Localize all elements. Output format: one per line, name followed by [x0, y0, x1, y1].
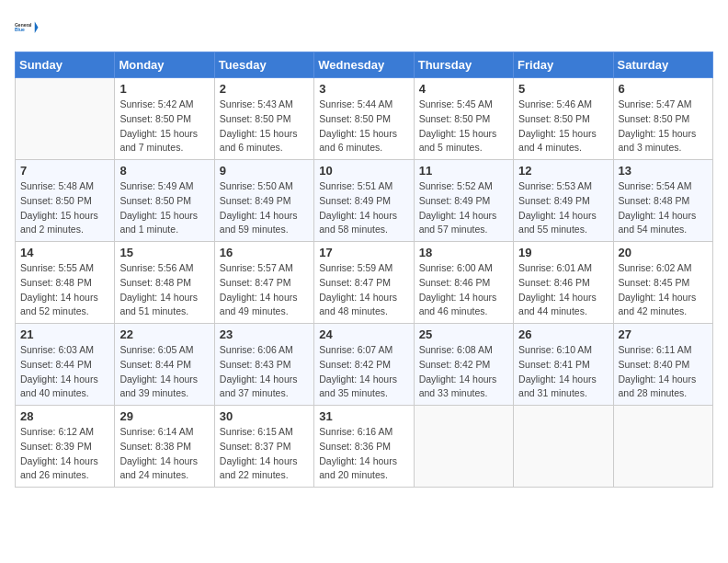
page-header: GeneralBlue: [15, 15, 713, 40]
calendar-cell: 10Sunrise: 5:51 AMSunset: 8:49 PMDayligh…: [314, 160, 414, 242]
day-info: Sunrise: 5:57 AMSunset: 8:47 PMDaylight:…: [220, 261, 309, 319]
day-number: 15: [119, 246, 209, 259]
day-number: 17: [319, 246, 408, 259]
day-number: 5: [518, 82, 608, 96]
logo: GeneralBlue: [15, 15, 40, 40]
calendar-cell: 28Sunrise: 6:12 AMSunset: 8:39 PMDayligh…: [16, 406, 115, 488]
weekday-header-wednesday: Wednesday: [314, 52, 414, 78]
day-info: Sunrise: 6:15 AMSunset: 8:37 PMDaylight:…: [220, 425, 309, 483]
day-info: Sunrise: 6:11 AMSunset: 8:40 PMDaylight:…: [619, 343, 708, 401]
calendar-cell: 14Sunrise: 5:55 AMSunset: 8:48 PMDayligh…: [16, 242, 115, 324]
calendar-cell: [16, 78, 115, 160]
day-number: 29: [119, 409, 209, 423]
day-number: 21: [20, 327, 109, 341]
day-info: Sunrise: 5:42 AMSunset: 8:50 PMDaylight:…: [119, 98, 209, 155]
day-number: 24: [319, 327, 408, 341]
calendar-cell: 25Sunrise: 6:08 AMSunset: 8:42 PMDayligh…: [414, 324, 513, 406]
weekday-header-monday: Monday: [115, 52, 214, 78]
calendar-cell: 18Sunrise: 6:00 AMSunset: 8:46 PMDayligh…: [414, 242, 513, 324]
day-info: Sunrise: 5:44 AMSunset: 8:50 PMDaylight:…: [319, 98, 408, 155]
calendar-cell: 15Sunrise: 5:56 AMSunset: 8:48 PMDayligh…: [115, 242, 214, 324]
day-number: 23: [220, 327, 309, 341]
day-info: Sunrise: 6:10 AMSunset: 8:41 PMDaylight:…: [518, 343, 608, 401]
calendar-cell: 21Sunrise: 6:03 AMSunset: 8:44 PMDayligh…: [16, 324, 115, 406]
weekday-header-friday: Friday: [514, 52, 613, 78]
calendar-cell: 19Sunrise: 6:01 AMSunset: 8:46 PMDayligh…: [514, 242, 613, 324]
day-info: Sunrise: 6:06 AMSunset: 8:43 PMDaylight:…: [220, 343, 309, 401]
day-number: 22: [119, 327, 209, 341]
calendar-cell: 11Sunrise: 5:52 AMSunset: 8:49 PMDayligh…: [414, 160, 513, 242]
day-number: 19: [518, 246, 608, 259]
day-number: 30: [220, 409, 309, 423]
svg-text:Blue: Blue: [15, 28, 25, 32]
day-number: 13: [619, 164, 708, 178]
calendar-cell: 2Sunrise: 5:43 AMSunset: 8:50 PMDaylight…: [214, 78, 313, 160]
calendar-cell: 27Sunrise: 6:11 AMSunset: 8:40 PMDayligh…: [613, 324, 712, 406]
day-number: 28: [20, 409, 109, 423]
day-number: 14: [20, 246, 109, 259]
calendar-cell: 7Sunrise: 5:48 AMSunset: 8:50 PMDaylight…: [16, 160, 115, 242]
day-info: Sunrise: 5:49 AMSunset: 8:50 PMDaylight:…: [119, 179, 209, 237]
calendar-cell: 22Sunrise: 6:05 AMSunset: 8:44 PMDayligh…: [115, 324, 214, 406]
week-row-2: 7Sunrise: 5:48 AMSunset: 8:50 PMDaylight…: [16, 160, 713, 242]
weekday-header-thursday: Thursday: [414, 52, 513, 78]
day-info: Sunrise: 6:05 AMSunset: 8:44 PMDaylight:…: [119, 343, 209, 401]
calendar-cell: 9Sunrise: 5:50 AMSunset: 8:49 PMDaylight…: [214, 160, 313, 242]
weekday-header-row: SundayMondayTuesdayWednesdayThursdayFrid…: [16, 52, 713, 78]
day-number: 26: [518, 327, 608, 341]
day-number: 12: [518, 164, 608, 178]
svg-marker-2: [35, 22, 39, 33]
calendar-cell: [613, 406, 712, 488]
day-info: Sunrise: 6:00 AMSunset: 8:46 PMDaylight:…: [419, 261, 508, 319]
week-row-3: 14Sunrise: 5:55 AMSunset: 8:48 PMDayligh…: [16, 242, 713, 324]
calendar-cell: 24Sunrise: 6:07 AMSunset: 8:42 PMDayligh…: [314, 324, 414, 406]
day-info: Sunrise: 5:51 AMSunset: 8:49 PMDaylight:…: [319, 179, 408, 237]
calendar-cell: [414, 406, 513, 488]
day-info: Sunrise: 5:53 AMSunset: 8:49 PMDaylight:…: [518, 179, 608, 237]
day-info: Sunrise: 5:50 AMSunset: 8:49 PMDaylight:…: [220, 179, 309, 237]
day-info: Sunrise: 6:02 AMSunset: 8:45 PMDaylight:…: [619, 261, 708, 319]
week-row-1: 1Sunrise: 5:42 AMSunset: 8:50 PMDaylight…: [16, 78, 713, 160]
calendar-cell: 17Sunrise: 5:59 AMSunset: 8:47 PMDayligh…: [314, 242, 414, 324]
day-number: 3: [319, 82, 408, 96]
day-number: 10: [319, 164, 408, 178]
day-number: 6: [619, 82, 708, 96]
day-info: Sunrise: 5:54 AMSunset: 8:48 PMDaylight:…: [619, 179, 708, 237]
day-number: 25: [419, 327, 508, 341]
calendar-table: SundayMondayTuesdayWednesdayThursdayFrid…: [15, 52, 713, 488]
calendar-cell: 5Sunrise: 5:46 AMSunset: 8:50 PMDaylight…: [514, 78, 613, 160]
day-info: Sunrise: 5:47 AMSunset: 8:50 PMDaylight:…: [619, 98, 708, 155]
calendar-cell: 3Sunrise: 5:44 AMSunset: 8:50 PMDaylight…: [314, 78, 414, 160]
calendar-cell: 4Sunrise: 5:45 AMSunset: 8:50 PMDaylight…: [414, 78, 513, 160]
calendar-cell: 16Sunrise: 5:57 AMSunset: 8:47 PMDayligh…: [214, 242, 313, 324]
day-info: Sunrise: 6:16 AMSunset: 8:36 PMDaylight:…: [319, 425, 408, 483]
weekday-header-sunday: Sunday: [16, 52, 115, 78]
calendar-cell: 6Sunrise: 5:47 AMSunset: 8:50 PMDaylight…: [613, 78, 712, 160]
day-number: 2: [220, 82, 309, 96]
day-number: 11: [419, 164, 508, 178]
calendar-cell: 23Sunrise: 6:06 AMSunset: 8:43 PMDayligh…: [214, 324, 313, 406]
day-info: Sunrise: 6:01 AMSunset: 8:46 PMDaylight:…: [518, 261, 608, 319]
calendar-cell: 30Sunrise: 6:15 AMSunset: 8:37 PMDayligh…: [214, 406, 313, 488]
svg-text:General: General: [15, 23, 32, 28]
weekday-header-tuesday: Tuesday: [214, 52, 313, 78]
day-number: 18: [419, 246, 508, 259]
calendar-cell: 1Sunrise: 5:42 AMSunset: 8:50 PMDaylight…: [115, 78, 214, 160]
day-number: 4: [419, 82, 508, 96]
day-number: 9: [220, 164, 309, 178]
calendar-cell: 26Sunrise: 6:10 AMSunset: 8:41 PMDayligh…: [514, 324, 613, 406]
day-info: Sunrise: 5:46 AMSunset: 8:50 PMDaylight:…: [518, 98, 608, 155]
calendar-cell: 20Sunrise: 6:02 AMSunset: 8:45 PMDayligh…: [613, 242, 712, 324]
logo-icon: GeneralBlue: [15, 15, 40, 40]
day-info: Sunrise: 5:52 AMSunset: 8:49 PMDaylight:…: [419, 179, 508, 237]
calendar-cell: 31Sunrise: 6:16 AMSunset: 8:36 PMDayligh…: [314, 406, 414, 488]
day-info: Sunrise: 5:55 AMSunset: 8:48 PMDaylight:…: [20, 261, 109, 319]
day-number: 27: [619, 327, 708, 341]
calendar-cell: 12Sunrise: 5:53 AMSunset: 8:49 PMDayligh…: [514, 160, 613, 242]
day-number: 8: [119, 164, 209, 178]
day-number: 31: [319, 409, 408, 423]
day-number: 7: [20, 164, 109, 178]
weekday-header-saturday: Saturday: [613, 52, 712, 78]
day-info: Sunrise: 5:43 AMSunset: 8:50 PMDaylight:…: [220, 98, 309, 155]
calendar-cell: 29Sunrise: 6:14 AMSunset: 8:38 PMDayligh…: [115, 406, 214, 488]
